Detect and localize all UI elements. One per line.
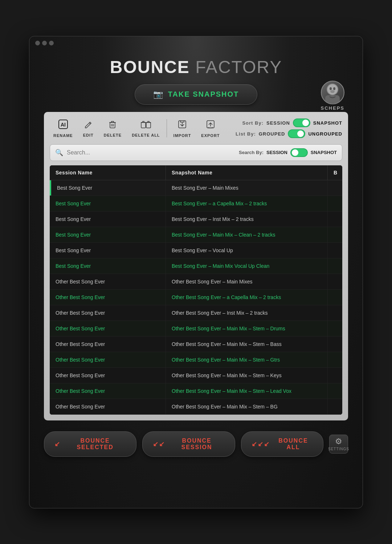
table-row[interactable]: Best Song Ever Best Song Ever – Main Mix… [50, 180, 342, 196]
traffic-lights [35, 41, 54, 45]
bounce-all-label: BOUNCE ALL [274, 438, 313, 451]
take-snapshot-button[interactable]: 📷 TAKE SNAPSHOT [135, 84, 258, 105]
col-b-header: B [328, 165, 342, 180]
session-name-cell: Best Song Ever [50, 243, 166, 258]
session-name-cell: Other Best Song Ever [50, 274, 166, 289]
edit-icon [83, 120, 93, 132]
bounce-session-arrows-icon: ↙↙ [153, 440, 165, 448]
b-cell [328, 243, 342, 258]
b-cell [328, 196, 342, 211]
rename-icon: AI [58, 119, 68, 132]
delete-all-tool[interactable]: DELETE ALL [128, 118, 163, 139]
list-by-label: List By: [236, 131, 256, 137]
delete-label: DELETE [104, 133, 122, 137]
export-tool[interactable]: EXPORT [197, 118, 223, 139]
session-name-cell: Other Best Song Ever [50, 305, 166, 321]
table-row[interactable]: Other Best Song Ever Other Best Song Eve… [50, 321, 342, 337]
import-label: IMPORT [173, 133, 191, 138]
table-row[interactable]: Other Best Song Ever Other Best Song Eve… [50, 305, 342, 321]
sort-by-label: Sort By: [242, 120, 264, 126]
bounce-session-button[interactable]: ↙↙ BOUNCE SESSION [142, 431, 235, 457]
search-by-label: Search By: [239, 150, 264, 155]
table-header: Session Name Snapshot Name B [50, 165, 342, 180]
b-cell [328, 321, 342, 336]
snapshot-name-cell: Best Song Ever – Main Mix – Clean – 2 tr… [166, 227, 328, 242]
snapshot-name-cell: Other Best Song Ever – Inst Mix – 2 trac… [166, 305, 328, 321]
title-bold: BOUNCE [110, 57, 190, 77]
edit-tool[interactable]: EDIT [79, 118, 97, 139]
snapshot-name-cell: Other Best Song Ever – Main Mix – Stem –… [166, 399, 328, 414]
table-row[interactable]: Best Song Ever Best Song Ever – a Capell… [50, 196, 342, 211]
tool-group-right: IMPORT EXPORT [170, 118, 224, 139]
table-container: Session Name Snapshot Name B Best Song E… [50, 165, 342, 415]
session-name-cell: Other Best Song Ever [50, 383, 166, 399]
close-button[interactable] [35, 41, 40, 45]
bounce-selected-label: BOUNCE SELECTED [64, 438, 126, 451]
table-row[interactable]: Other Best Song Ever Other Best Song Eve… [50, 368, 342, 383]
tool-group-left: AI RENAME EDIT [50, 118, 164, 139]
sort-controls: Sort By: SESSION SNAPSHOT List By: GROUP… [236, 118, 342, 138]
bounce-selected-button[interactable]: ↙ BOUNCE SELECTED [44, 431, 136, 457]
bounce-all-button[interactable]: ↙↙↙ BOUNCE ALL [241, 431, 323, 457]
table-row[interactable]: Other Best Song Ever Other Best Song Eve… [50, 290, 342, 305]
snapshot-name-cell: Best Song Ever – Vocal Up [166, 243, 328, 258]
b-cell [328, 211, 342, 227]
sort-toggle[interactable] [293, 118, 310, 127]
edit-label: EDIT [83, 133, 94, 137]
scheps-logo: SCHEPS [321, 81, 344, 111]
b-cell [328, 305, 342, 321]
list-by-row: List By: GROUPED UNGROUPED [236, 129, 342, 138]
table-row[interactable]: Best Song Ever Best Song Ever – Main Mix… [50, 258, 342, 274]
snapshot-name-cell: Other Best Song Ever – Main Mixes [166, 274, 328, 289]
rename-tool[interactable]: AI RENAME [50, 118, 77, 139]
list-ungrouped-option[interactable]: UNGROUPED [308, 131, 342, 137]
sort-by-row: Sort By: SESSION SNAPSHOT [242, 118, 342, 127]
table-row[interactable]: Other Best Song Ever Other Best Song Eve… [50, 383, 342, 399]
table-row[interactable]: Other Best Song Ever Other Best Song Eve… [50, 352, 342, 368]
session-name-cell: Other Best Song Ever [50, 368, 166, 383]
table-row[interactable]: Best Song Ever Best Song Ever – Vocal Up [50, 243, 342, 258]
delete-tool[interactable]: DELETE [100, 118, 125, 139]
svg-rect-10 [146, 122, 151, 128]
gear-icon: ⚙ [335, 437, 342, 446]
camera-icon: 📷 [153, 90, 164, 99]
search-snapshot-option[interactable]: SNAPSHOT [311, 150, 337, 155]
b-cell [328, 352, 342, 367]
snapshot-name-cell: Best Song Ever – a Capella Mix – 2 track… [166, 196, 328, 211]
settings-button[interactable]: ⚙ SETTINGS [329, 435, 348, 454]
search-session-option[interactable]: SESSION [266, 150, 287, 155]
maximize-button[interactable] [49, 41, 54, 45]
b-cell [328, 399, 342, 414]
list-grouped-option[interactable]: GROUPED [259, 131, 285, 137]
sort-session-option[interactable]: SESSION [266, 120, 290, 126]
b-cell [328, 383, 342, 399]
scheps-avatar [321, 81, 344, 104]
session-name-cell: Other Best Song Ever [50, 352, 166, 367]
toolbar: AI RENAME EDIT [50, 118, 342, 139]
session-name-cell: Other Best Song Ever [50, 321, 166, 336]
import-tool[interactable]: IMPORT [170, 118, 195, 139]
export-label: EXPORT [201, 133, 220, 138]
app-window: BOUNCE FACTORY 📷 TAKE SNAPSHOT S [29, 36, 363, 508]
search-toggle[interactable] [290, 148, 308, 157]
session-name-cell: Best Song Ever [50, 180, 166, 196]
b-cell [328, 180, 342, 196]
rename-label: RENAME [53, 133, 73, 138]
minimize-button[interactable] [42, 41, 47, 45]
table-row[interactable]: Other Best Song Ever Other Best Song Eve… [50, 399, 342, 415]
sort-snapshot-option[interactable]: SNAPSHOT [313, 120, 342, 126]
snapshot-name-cell: Other Best Song Ever – a Capella Mix – 2… [166, 290, 328, 305]
search-icon: 🔍 [55, 149, 63, 157]
snapshot-name-cell: Other Best Song Ever – Main Mix – Stem –… [166, 321, 328, 336]
main-panel: AI RENAME EDIT [44, 112, 348, 420]
table-row[interactable]: Best Song Ever Best Song Ever – Main Mix… [50, 227, 342, 243]
table-row[interactable]: Other Best Song Ever Other Best Song Eve… [50, 337, 342, 352]
table-row[interactable]: Best Song Ever Best Song Ever – Inst Mix… [50, 211, 342, 227]
snapshot-name-cell: Other Best Song Ever – Main Mix – Stem –… [166, 337, 328, 352]
title-bar [29, 36, 363, 50]
search-input[interactable] [67, 149, 235, 156]
table-row[interactable]: Other Best Song Ever Other Best Song Eve… [50, 274, 342, 290]
svg-text:AI: AI [61, 122, 66, 128]
list-toggle[interactable] [288, 129, 305, 138]
bounce-session-label: BOUNCE SESSION [169, 438, 225, 451]
